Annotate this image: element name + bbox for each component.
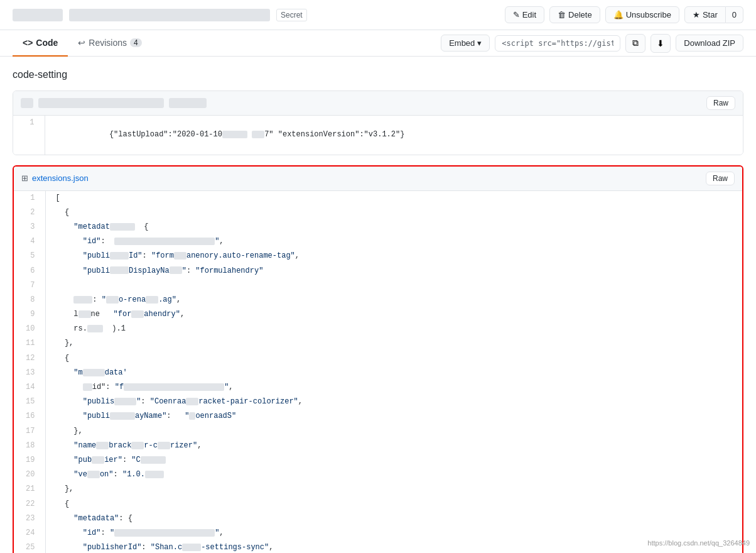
first-file-table: 1 {"lastUpload":"2020-01-10 7" "extensio… [13,116,743,155]
revisions-count-badge: 4 [130,38,142,47]
line-number: 21 [14,482,45,496]
gist-title [69,9,270,21]
line-code: "veon": "1.0. [45,468,742,482]
delete-button[interactable]: 🗑 Delete [549,6,600,23]
line-number: 17 [14,424,45,439]
tabs-bar: <> Code ↩ Revisions 4 Embed ▾ ⧉ ⬇ Downlo… [0,30,756,57]
table-row: 13 "mdata' [14,366,742,380]
line-number: 15 [14,395,45,409]
extensions-file-block: ⊞ extensions.json Raw 1 [ 2 { 3 "metadat… [13,165,743,553]
line-number: 1 [14,191,45,205]
table-row: 22 { [14,497,742,512]
pencil-icon: ✎ [513,10,520,19]
line-code: { [45,497,742,512]
tab-revisions[interactable]: ↩ Revisions 4 [68,30,151,57]
copy-button[interactable]: ⧉ [625,34,645,53]
line-number: 14 [14,380,45,395]
line-number: 9 [14,307,45,322]
line-number: 1 [13,116,45,155]
first-file-name-blurred [38,98,164,108]
line-number: 22 [14,497,45,512]
table-row: 19 "pubier": "C [14,453,742,468]
first-file-extra-blurred [169,98,207,108]
line-code: rs. ).1 [45,322,742,336]
line-code: "metadat { [45,220,742,234]
embed-input[interactable] [495,35,620,52]
line-code: {"lastUpload":"2020-01-10 7" "extensionV… [45,116,743,155]
line-code: "publis": "Coenraaracket-pair-colorizer"… [45,395,742,409]
table-row: 11 }, [14,336,742,351]
line-number: 6 [14,264,45,278]
line-number: 7 [14,278,45,293]
download-zip-button[interactable]: Download ZIP [676,35,743,52]
table-row: 9 lne "forahendry", [14,307,742,322]
tabs-left: <> Code ↩ Revisions 4 [13,30,152,56]
table-row: 7 [14,278,742,293]
line-code: }, [45,336,742,351]
table-row: 8 : "o-rena.ag", [14,293,742,307]
avatar [13,9,63,21]
embed-button[interactable]: Embed ▾ [441,35,490,52]
line-number: 18 [14,439,45,453]
line-number: 3 [14,220,45,234]
first-file-header: Raw [13,91,743,116]
star-count: 0 [726,6,743,23]
line-code: [ [45,191,742,205]
edit-button[interactable]: ✎ Edit [505,6,544,23]
table-row: 23 "metadata": { [14,512,742,526]
extensions-file-header: ⊞ extensions.json Raw [14,167,742,191]
history-icon: ↩ [78,38,85,48]
table-row: 17 }, [14,424,742,439]
line-code: { [45,351,742,366]
line-code: "id": "", [45,526,742,540]
table-row: 3 "metadat { [14,220,742,234]
line-code: }, [45,424,742,439]
star-button[interactable]: ★ Star [684,6,726,23]
line-number: 20 [14,468,45,482]
line-code: "publiayName": "oenraadS" [45,409,742,424]
table-row: 1 {"lastUpload":"2020-01-10 7" "extensio… [13,116,743,155]
first-file-icon-blurred [21,98,33,108]
unsubscribe-button[interactable]: 🔔 Unsubscribe [605,6,679,23]
table-row: 2 { [14,205,742,220]
line-code: "metadata": { [45,512,742,526]
tab-code[interactable]: <> Code [13,30,68,57]
download-button[interactable]: ⬇ [651,34,671,53]
table-row: 14 id": "f", [14,380,742,395]
top-bar: Secret ✎ Edit 🗑 Delete 🔔 Unsubscribe ★ S… [0,0,756,30]
table-row: 10 rs. ).1 [14,322,742,336]
line-number: 19 [14,453,45,468]
line-code: "pubier": "C [45,453,742,468]
line-number: 13 [14,366,45,380]
table-row: 6 "publiDisplayNa": "formulahendry" [14,264,742,278]
line-number: 8 [14,293,45,307]
line-code: "id": ", [45,234,742,249]
line-number: 16 [14,409,45,424]
table-row: 18 "namebrackr-crizer", [14,439,742,453]
extensions-code-table: 1 [ 2 { 3 "metadat { 4 "id": ", 5 [14,191,742,553]
trash-icon: 🗑 [558,10,566,19]
line-code: "publisherId": "Shan.c-settings-sync", [45,540,742,553]
main-content: code-setting Raw 1 {"lastUpload":"2020-0… [0,57,756,553]
star-icon: ★ [693,10,700,19]
extensions-file-code: 1 [ 2 { 3 "metadat { 4 "id": ", 5 [14,191,742,553]
line-number: 10 [14,322,45,336]
line-number: 11 [14,336,45,351]
table-row: 1 [ [14,191,742,205]
table-row: 20 "veon": "1.0. [14,468,742,482]
line-code: }, [45,482,742,496]
table-row: 25 "publisherId": "Shan.c-settings-sync"… [14,540,742,553]
line-number: 2 [14,205,45,220]
copy-icon: ⧉ [632,38,639,48]
extensions-raw-button[interactable]: Raw [706,172,735,185]
bell-icon: 🔔 [613,10,624,19]
line-code [45,278,742,293]
first-file-left [21,98,207,108]
table-row: 5 "publiId": "formanenory.auto-rename-ta… [14,249,742,263]
line-code: : "o-rena.ag", [45,293,742,307]
line-number: 23 [14,512,45,526]
section-title: code-setting [13,69,743,80]
first-file-raw-button[interactable]: Raw [706,96,735,110]
line-code: id": "f", [45,380,742,395]
file-expand-icon: ⊞ [21,173,28,183]
